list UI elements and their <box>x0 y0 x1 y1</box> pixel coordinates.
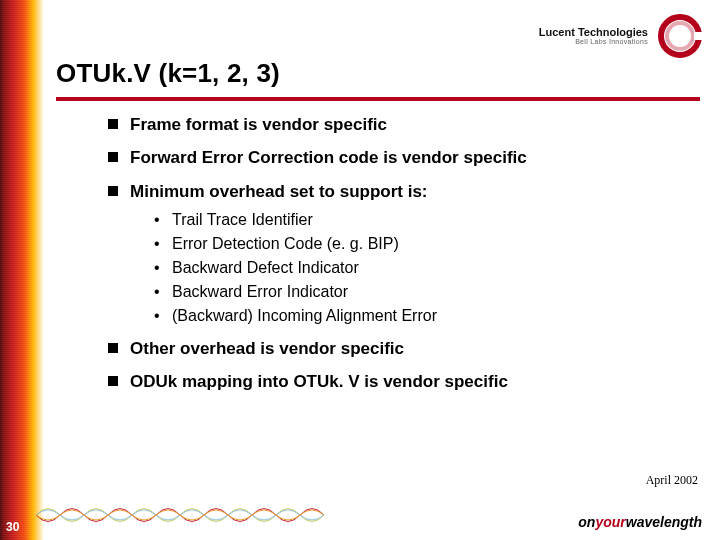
content-area: Frame format is vendor specific Forward … <box>108 114 690 404</box>
footer-date: April 2002 <box>646 473 698 488</box>
brand-text: Lucent Technologies Bell Labs Innovation… <box>539 26 648 46</box>
bullet-text: Other overhead is vendor specific <box>130 339 404 358</box>
sub-bullet-item: Error Detection Code (e. g. BIP) <box>154 234 690 254</box>
bullet-text: ODUk mapping into OTUk. V is vendor spec… <box>130 372 508 391</box>
footer-tag-pre: on <box>578 514 595 530</box>
bullet-item: Frame format is vendor specific <box>108 114 690 135</box>
brand-tagline: Bell Labs Innovations <box>539 38 648 46</box>
footer-tag-post: wavelength <box>626 514 702 530</box>
bullet-item: ODUk mapping into OTUk. V is vendor spec… <box>108 371 690 392</box>
brand-name: Lucent Technologies <box>539 26 648 38</box>
sub-bullet-item: Trail Trace Identifier <box>154 210 690 230</box>
bullet-text: Frame format is vendor specific <box>130 115 387 134</box>
sub-bullet-text: Backward Error Indicator <box>172 283 348 300</box>
sub-bullet-item: Backward Error Indicator <box>154 282 690 302</box>
bullet-text: Forward Error Correction code is vendor … <box>130 148 527 167</box>
bullet-list: Frame format is vendor specific Forward … <box>108 114 690 392</box>
footer-tagline: onyourwavelength <box>578 514 702 530</box>
bullet-item: Forward Error Correction code is vendor … <box>108 147 690 168</box>
brand-logo: Lucent Technologies Bell Labs Innovation… <box>539 14 702 58</box>
footer-tag-accent: your <box>595 514 625 530</box>
page-number: 30 <box>6 520 19 534</box>
bullet-item: Other overhead is vendor specific <box>108 338 690 359</box>
sub-bullet-text: Backward Defect Indicator <box>172 259 359 276</box>
sub-bullet-list: Trail Trace Identifier Error Detection C… <box>154 210 690 326</box>
title-block: OTUk.V (k=1, 2, 3) <box>56 58 700 101</box>
sub-bullet-item: Backward Defect Indicator <box>154 258 690 278</box>
dna-decoration-icon <box>36 502 326 528</box>
decorative-left-strip <box>0 0 44 540</box>
sub-bullet-text: (Backward) Incoming Alignment Error <box>172 307 437 324</box>
bullet-item: Minimum overhead set to support is: Trai… <box>108 181 690 326</box>
bullet-text: Minimum overhead set to support is: <box>130 182 428 201</box>
sub-bullet-item: (Backward) Incoming Alignment Error <box>154 306 690 326</box>
title-underline <box>56 97 700 101</box>
sub-bullet-text: Trail Trace Identifier <box>172 211 313 228</box>
sub-bullet-text: Error Detection Code (e. g. BIP) <box>172 235 399 252</box>
brand-ring-icon <box>658 14 702 58</box>
slide: Lucent Technologies Bell Labs Innovation… <box>0 0 720 540</box>
slide-title: OTUk.V (k=1, 2, 3) <box>56 58 700 89</box>
